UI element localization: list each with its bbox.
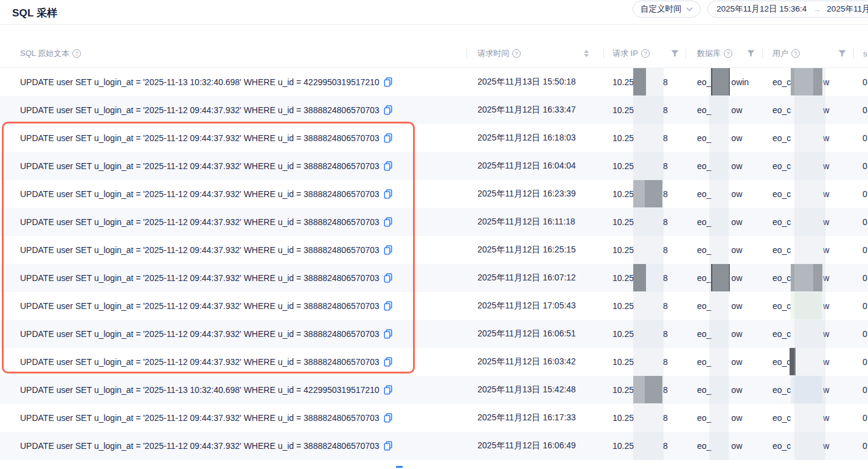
db-prefix: eo_ — [697, 329, 711, 339]
request-ip-cell: 10.258 — [613, 264, 668, 292]
db-prefix: eo_ — [697, 441, 711, 451]
redacted-db — [711, 328, 731, 340]
sql-text: UPDATE user SET u_login_at = '2025-11-13… — [20, 385, 380, 395]
table-row: UPDATE user SET u_login_at = '2025-11-12… — [0, 152, 868, 180]
ip-prefix: 10.25 — [613, 161, 634, 171]
date-range-picker[interactable]: 2025年11月12日 15:36:4 → 2025年11月 — [707, 1, 868, 18]
sort-button[interactable] — [583, 40, 589, 68]
filter-button[interactable] — [671, 40, 679, 68]
request-time-cell: 2025年11月12日 16:23:39 — [477, 180, 576, 208]
help-icon[interactable]: ? — [72, 49, 81, 58]
request-time-cell: 2025年11月13日 15:42:48 — [477, 376, 576, 404]
redacted-user — [791, 188, 823, 200]
copy-icon[interactable] — [384, 413, 393, 423]
redacted-user — [791, 216, 823, 228]
user-prefix: eo_c — [773, 161, 791, 171]
table-row: UPDATE user SET u_login_at = '2025-11-13… — [0, 376, 868, 404]
clipped-cell: 0 — [863, 376, 867, 404]
clipped-cell: 0 — [863, 208, 867, 236]
table-row: UPDATE user SET u_login_at = '2025-11-12… — [0, 348, 868, 376]
redacted-db — [711, 216, 731, 228]
request-ip-cell: 10.258 — [613, 348, 668, 376]
database-cell: eo_ow — [697, 348, 742, 376]
db-prefix: eo_ — [697, 357, 711, 367]
request-time-cell: 2025年11月12日 16:18:03 — [477, 124, 576, 152]
help-icon[interactable]: ? — [641, 49, 650, 58]
sql-text: UPDATE user SET u_login_at = '2025-11-12… — [20, 329, 380, 339]
ip-suffix: 8 — [663, 357, 668, 367]
clipped-cell: 0 — [863, 404, 867, 432]
filter-button[interactable] — [838, 40, 846, 68]
database-cell: eo_ow — [697, 376, 742, 404]
request-time: 2025年11月12日 16:17:33 — [477, 412, 576, 423]
ip-suffix: 8 — [663, 105, 668, 115]
request-time: 2025年11月12日 16:04:04 — [477, 161, 576, 172]
db-suffix: ow — [731, 161, 742, 171]
db-prefix: eo_ — [697, 133, 711, 143]
sql-text: UPDATE user SET u_login_at = '2025-11-12… — [20, 413, 380, 423]
request-time-cell: 2025年11月12日 16:33:47 — [477, 96, 576, 124]
copy-icon[interactable] — [384, 385, 393, 395]
time-mode-select[interactable]: 自定义时间 — [633, 1, 701, 18]
database-cell: eo_ow — [697, 124, 742, 152]
column-header-time: 请求时间 ? — [477, 40, 521, 68]
top-bar: SQL 采样 自定义时间 2025年11月12日 15:36:4 → 2025年… — [0, 0, 868, 25]
table-header: SQL 原始文本 ? 请求时间 ? 请求 IP ? 数据库 ? — [0, 25, 868, 68]
table-row: UPDATE user SET u_login_at = '2025-11-12… — [0, 124, 868, 152]
table-row: UPDATE user SET u_login_at = '2025-11-12… — [0, 96, 868, 124]
user-suffix: w — [823, 413, 829, 423]
copy-icon[interactable] — [384, 301, 393, 311]
request-time: 2025年11月12日 16:06:51 — [477, 328, 576, 339]
sql-text: UPDATE user SET u_login_at = '2025-11-12… — [20, 161, 380, 171]
filter-button[interactable] — [747, 40, 755, 68]
request-ip-cell: 10.258 — [613, 376, 668, 404]
redacted-db — [711, 272, 731, 284]
copy-icon[interactable] — [384, 329, 393, 339]
db-prefix: eo_ — [697, 217, 711, 227]
help-icon[interactable]: ? — [512, 49, 521, 58]
help-icon[interactable]: ? — [724, 49, 732, 58]
redacted-user — [791, 76, 823, 88]
copy-icon[interactable] — [384, 245, 393, 255]
copy-icon[interactable] — [384, 357, 393, 367]
column-header-user: 用户 ? — [773, 40, 800, 68]
redacted-user — [791, 328, 823, 340]
filter-icon — [838, 50, 846, 57]
user-cell: eo_cw — [773, 348, 829, 376]
redacted-ip — [634, 132, 663, 144]
copy-icon[interactable] — [384, 217, 393, 227]
ip-suffix: 8 — [663, 77, 668, 87]
request-time-cell: 2025年11月12日 16:03:42 — [477, 348, 576, 376]
arrow-right-icon: → — [813, 5, 821, 14]
copy-icon[interactable] — [384, 105, 393, 115]
redacted-ip — [634, 384, 663, 396]
table-row: UPDATE user SET u_login_at = '2025-11-12… — [0, 292, 868, 320]
copy-icon[interactable] — [384, 133, 393, 143]
help-icon[interactable]: ? — [791, 49, 800, 58]
sql-text: UPDATE user SET u_login_at = '2025-11-12… — [20, 105, 380, 115]
ip-prefix: 10.25 — [613, 385, 634, 395]
copy-icon[interactable] — [384, 273, 393, 283]
redacted-user — [791, 272, 823, 284]
ip-prefix: 10.25 — [613, 357, 634, 367]
user-cell: eo_cw — [773, 68, 829, 96]
request-ip-cell: 10.258 — [613, 96, 668, 124]
date-range-end: 2025年11月 — [827, 4, 868, 15]
db-suffix: ow — [731, 441, 742, 451]
ip-prefix: 10.25 — [613, 301, 634, 311]
user-cell: eo_cw — [773, 292, 829, 320]
redacted-ip — [634, 356, 663, 368]
redacted-ip — [634, 328, 663, 340]
column-label: 数据库 — [697, 48, 721, 59]
user-suffix: w — [823, 77, 829, 87]
sort-desc-icon — [584, 54, 589, 57]
copy-icon[interactable] — [384, 77, 393, 87]
redacted-user — [791, 356, 823, 368]
copy-icon[interactable] — [384, 189, 393, 199]
copy-icon[interactable] — [384, 161, 393, 171]
copy-icon[interactable] — [384, 441, 393, 451]
user-suffix: w — [823, 357, 829, 367]
sql-text: UPDATE user SET u_login_at = '2025-11-12… — [20, 217, 380, 227]
column-label: s — [863, 49, 867, 58]
clipped-copy-icon — [396, 466, 403, 468]
